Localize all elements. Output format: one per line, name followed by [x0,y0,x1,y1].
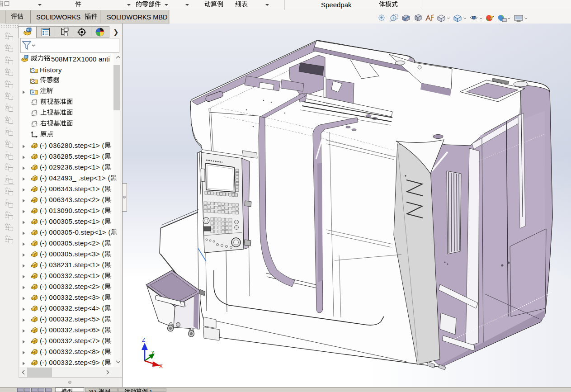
svg-text:X: X [159,363,163,369]
svg-text:y: y [151,349,154,354]
svg-text:Z: Z [142,337,145,343]
svg-text:A: A [32,90,34,94]
